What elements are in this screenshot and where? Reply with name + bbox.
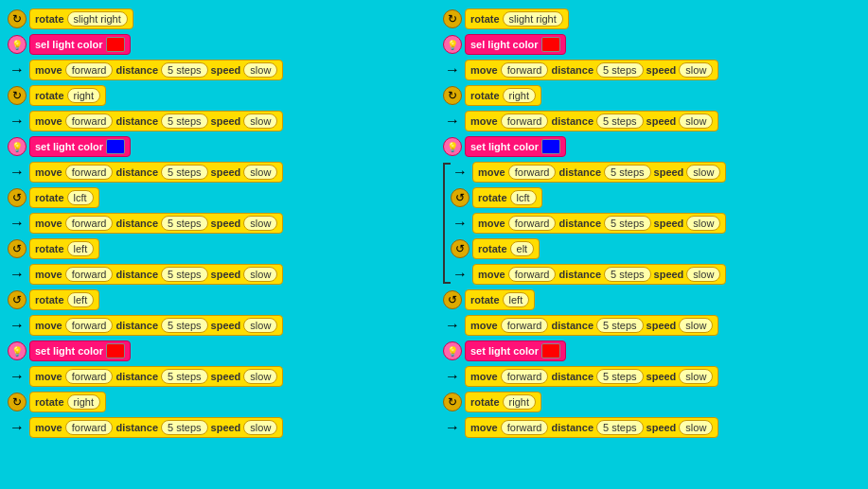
rotate-icon: ↺ <box>451 188 469 207</box>
move-arrow-icon: → <box>443 112 462 131</box>
move-block[interactable]: move forward distance 5 steps speed slow <box>29 315 283 336</box>
move-arrow-icon: → <box>451 214 469 233</box>
set-light-block[interactable]: set light color <box>29 136 131 157</box>
rotate-icon: ↻ <box>443 9 462 28</box>
bracket-group: → move forward distance 5 steps speed sl… <box>451 161 803 286</box>
rotate-icon: ↺ <box>8 188 27 207</box>
list-item: → move forward distance 5 steps speed sl… <box>443 59 803 81</box>
list-item: → move forward distance 5 steps speed sl… <box>8 314 386 337</box>
list-item: → move forward distance 5 steps speed sl… <box>8 59 386 81</box>
rotate-icon: ↺ <box>8 290 27 309</box>
move-block[interactable]: move forward distance 5 steps speed slow <box>29 417 283 438</box>
list-item: → move forward distance 5 steps speed sl… <box>8 161 386 183</box>
list-item: ↻ rotate slight right <box>443 8 803 30</box>
list-item: → move forward distance 5 steps speed sl… <box>443 365 803 388</box>
rotate-icon: ↻ <box>8 9 27 28</box>
light-icon: 💡 <box>443 35 462 54</box>
rotate-block[interactable]: rotate left <box>29 289 99 310</box>
light-icon: 💡 <box>443 341 462 360</box>
move-block[interactable]: move forward distance 5 steps speed slow <box>472 162 726 183</box>
move-arrow-icon: → <box>451 265 469 284</box>
list-item: ↺ rotate lcft <box>451 186 803 209</box>
list-item: → move forward distance 5 steps speed sl… <box>451 212 803 235</box>
set-light-block[interactable]: sel light color <box>465 34 566 55</box>
list-item: ↻ rotate slight right <box>8 8 386 30</box>
rotate-block[interactable]: rotate left <box>465 289 535 310</box>
move-block[interactable]: move forward distance 5 steps speed slow <box>472 264 726 285</box>
move-block[interactable]: move forward distance 5 steps speed slow <box>29 366 283 387</box>
list-item: ↺ rotate left <box>443 288 803 311</box>
list-item: ↻ rotate right <box>443 391 803 413</box>
color-swatch-red[interactable] <box>541 37 560 52</box>
rotate-block[interactable]: rotate left <box>29 238 99 259</box>
list-item: ↺ rotate left <box>8 237 386 260</box>
rotate-block[interactable]: rotate right <box>465 392 541 412</box>
list-item: 💡 sel light color <box>8 33 386 56</box>
list-item: → move forward distance 5 steps speed sl… <box>8 365 386 388</box>
rotate-block[interactable]: rotate elt <box>472 238 540 259</box>
set-light-block[interactable]: set light color <box>29 341 131 361</box>
move-block[interactable]: move forward distance 5 steps speed slow <box>465 417 718 438</box>
move-arrow-icon: → <box>8 316 27 335</box>
rotate-icon: ↻ <box>8 393 27 411</box>
bracket-indicator <box>443 163 451 284</box>
move-block[interactable]: move forward distance 5 steps speed slow <box>465 315 718 336</box>
set-light-block[interactable]: set light color <box>465 136 566 157</box>
move-block[interactable]: move forward distance 5 steps speed slow <box>29 213 283 234</box>
move-arrow-icon: → <box>8 214 27 233</box>
move-arrow-icon: → <box>443 418 462 437</box>
color-swatch-red[interactable] <box>106 37 125 52</box>
move-arrow-icon: → <box>443 367 462 386</box>
move-arrow-icon: → <box>8 367 27 386</box>
light-icon: 💡 <box>8 137 27 156</box>
list-item: → move forward distance 5 steps speed sl… <box>8 212 386 235</box>
color-swatch-blue[interactable] <box>541 139 560 154</box>
list-item: ↻ rotate right <box>443 84 803 107</box>
move-block[interactable]: move forward distance 5 steps speed slow <box>465 60 718 80</box>
list-item: 💡 set light color <box>8 340 386 362</box>
list-item: → move forward distance 5 steps speed sl… <box>443 416 803 439</box>
list-item: 💡 sel light color <box>443 33 803 56</box>
rotate-block[interactable]: rotate lcft <box>472 187 542 208</box>
list-item: → move forward distance 5 steps speed sl… <box>8 263 386 286</box>
move-arrow-icon: → <box>8 418 27 437</box>
list-item: ↺ rotate elt <box>451 237 803 260</box>
workspace: ↻ rotate slight right 💡 sel light color … <box>0 0 868 489</box>
move-block[interactable]: move forward distance 5 steps speed slow <box>29 60 283 80</box>
move-arrow-icon: → <box>8 163 27 182</box>
list-item: 💡 set light color <box>8 135 386 158</box>
rotate-block[interactable]: rotate right <box>465 85 541 106</box>
rotate-icon: ↺ <box>8 239 27 258</box>
list-item: ↻ rotate right <box>8 84 386 107</box>
list-item: → move forward distance 5 steps speed sl… <box>443 110 803 132</box>
set-light-block[interactable]: set light color <box>465 341 566 361</box>
move-arrow-icon: → <box>8 265 27 284</box>
color-swatch-blue[interactable] <box>106 139 125 154</box>
light-icon: 💡 <box>8 341 27 360</box>
list-item: ↺ rotate left <box>8 288 386 311</box>
move-block[interactable]: move forward distance 5 steps speed slow <box>465 366 718 387</box>
rotate-block[interactable]: rotate slight right <box>465 9 569 29</box>
rotate-block[interactable]: rotate lcft <box>29 187 99 208</box>
light-icon: 💡 <box>8 35 27 54</box>
set-light-block[interactable]: sel light color <box>29 34 131 55</box>
rotate-block[interactable]: rotate slight right <box>29 9 133 29</box>
color-swatch-red[interactable] <box>106 343 125 358</box>
right-column: ↻ rotate slight right 💡 sel light color … <box>424 8 803 481</box>
move-block[interactable]: move forward distance 5 steps speed slow <box>465 111 718 131</box>
move-block[interactable]: move forward distance 5 steps speed slow <box>29 111 283 131</box>
rotate-icon: ↻ <box>8 86 27 105</box>
move-arrow-icon: → <box>443 61 462 79</box>
rotate-icon: ↺ <box>443 290 462 309</box>
rotate-block[interactable]: rotate right <box>29 85 106 106</box>
move-block[interactable]: move forward distance 5 steps speed slow <box>29 162 283 183</box>
move-block[interactable]: move forward distance 5 steps speed slow <box>29 264 283 285</box>
list-item: 💡 set light color <box>443 340 803 362</box>
list-item: → move forward distance 5 steps speed sl… <box>8 416 386 439</box>
list-item: 💡 set light color <box>443 135 803 158</box>
color-swatch-red[interactable] <box>541 343 560 358</box>
rotate-block[interactable]: rotate right <box>29 392 106 412</box>
list-item: → move forward distance 5 steps speed sl… <box>8 110 386 132</box>
move-block[interactable]: move forward distance 5 steps speed slow <box>472 213 726 234</box>
list-item: → move forward distance 5 steps speed sl… <box>451 161 803 183</box>
